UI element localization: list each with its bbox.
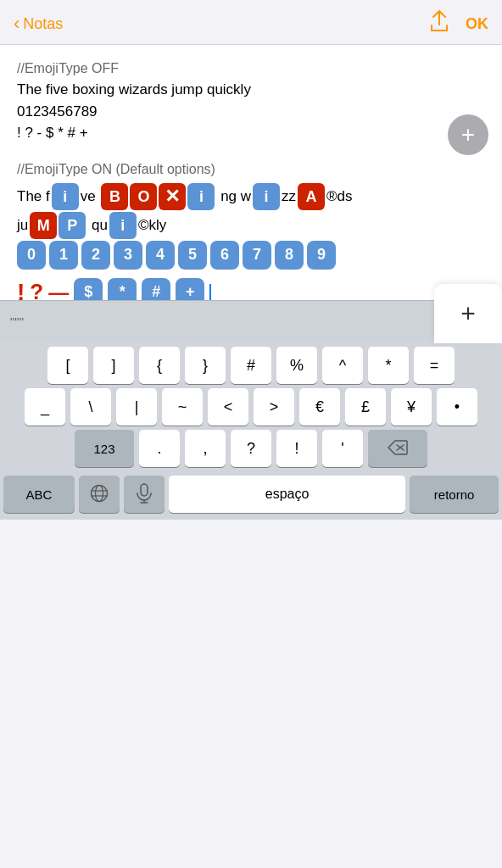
plain-copy-kly: ©kly bbox=[138, 214, 166, 236]
back-chevron-icon: ‹ bbox=[14, 14, 20, 33]
key-bracket-open[interactable]: [ bbox=[47, 347, 88, 384]
section-on: //EmojiType ON (Default options) The f i… bbox=[17, 159, 485, 310]
key-bullet[interactable]: • bbox=[437, 388, 477, 426]
ok-button[interactable]: OK bbox=[466, 15, 488, 33]
tile-a: A bbox=[298, 183, 325, 210]
note-wrapper: //EmojiType OFF The five boxing wizards … bbox=[0, 45, 502, 520]
plain-ju: ju bbox=[17, 214, 28, 236]
key-equals[interactable]: = bbox=[414, 347, 455, 384]
section-off-comment: //EmojiType OFF bbox=[17, 58, 485, 79]
key-brace-close[interactable]: } bbox=[185, 347, 226, 384]
key-asterisk[interactable]: * bbox=[368, 347, 409, 384]
svg-point-2 bbox=[91, 485, 107, 501]
key-hash[interactable]: # bbox=[231, 347, 271, 384]
tile-i-2: i bbox=[187, 183, 215, 210]
section-off-numbers: 0123456789 bbox=[17, 101, 485, 123]
key-caret[interactable]: ^ bbox=[322, 347, 363, 384]
section-on-comment: //EmojiType ON (Default options) bbox=[17, 159, 485, 180]
num-tile-0: 0 bbox=[17, 241, 46, 270]
key-underscore[interactable]: _ bbox=[25, 388, 65, 426]
section-off-text: The five boxing wizards jump quickly bbox=[17, 79, 485, 101]
key-apostrophe[interactable]: ' bbox=[322, 430, 363, 467]
key-period[interactable]: . bbox=[139, 430, 180, 467]
key-pound[interactable]: £ bbox=[345, 388, 386, 426]
svg-rect-6 bbox=[141, 484, 148, 496]
plain-ve: ve bbox=[81, 186, 100, 208]
key-delete[interactable] bbox=[368, 430, 427, 467]
nav-bar: ‹ Notas OK bbox=[0, 0, 502, 45]
key-less-than[interactable]: < bbox=[208, 388, 248, 426]
emoji-line-2: ju M P qu i ©kly bbox=[17, 212, 485, 239]
kb-row-3: 123 . , ? ! ' bbox=[0, 426, 502, 471]
numbers-row: 0 1 2 3 4 5 6 7 8 9 bbox=[17, 241, 485, 270]
num-tile-1: 1 bbox=[49, 241, 78, 270]
kb-row-1: [ ] { } # % ^ * = bbox=[0, 342, 502, 384]
num-tile-3: 3 bbox=[114, 241, 142, 270]
keyboard: """ + [ ] { } # % ^ * = _ \ | ~ < > € £ bbox=[0, 300, 502, 520]
plain-zz: zz bbox=[282, 186, 296, 208]
key-comma[interactable]: , bbox=[185, 430, 226, 467]
key-euro[interactable]: € bbox=[299, 388, 340, 426]
fab-plus-button[interactable]: + bbox=[448, 114, 488, 155]
num-tile-7: 7 bbox=[243, 241, 271, 270]
plain-the: The f bbox=[17, 186, 50, 208]
tile-i-1: i bbox=[52, 183, 79, 210]
section-off: //EmojiType OFF The five boxing wizards … bbox=[17, 58, 485, 144]
key-bracket-close[interactable]: ] bbox=[93, 347, 134, 384]
key-pipe[interactable]: | bbox=[116, 388, 157, 426]
key-123[interactable]: 123 bbox=[75, 430, 134, 467]
plain-ng-w: ng w bbox=[216, 186, 251, 208]
key-brace-open[interactable]: { bbox=[139, 347, 180, 384]
svg-point-3 bbox=[95, 485, 103, 501]
section-off-symbols: ! ? - $ * # + bbox=[17, 122, 485, 144]
key-greater-than[interactable]: > bbox=[254, 388, 294, 426]
globe-icon bbox=[90, 484, 109, 505]
key-question[interactable]: ? bbox=[231, 430, 271, 467]
kb-bottom-row: ABC bbox=[0, 471, 502, 520]
back-button[interactable]: ‹ Notas bbox=[14, 14, 63, 33]
nav-actions: OK bbox=[430, 10, 488, 37]
tile-b: B bbox=[101, 183, 128, 210]
delete-icon bbox=[388, 440, 408, 458]
key-globe[interactable] bbox=[79, 476, 120, 513]
kb-row-2: _ \ | ~ < > € £ ¥ • bbox=[0, 384, 502, 426]
num-tile-2: 2 bbox=[81, 241, 110, 270]
num-tile-6: 6 bbox=[210, 241, 239, 270]
key-yen[interactable]: ¥ bbox=[391, 388, 432, 426]
back-label: Notas bbox=[23, 15, 63, 33]
num-tile-5: 5 bbox=[178, 241, 207, 270]
share-icon[interactable] bbox=[430, 10, 449, 37]
key-space[interactable]: espaço bbox=[169, 476, 405, 513]
mic-icon bbox=[137, 483, 152, 506]
plain-rds: ®ds bbox=[326, 186, 352, 208]
tile-o: O bbox=[130, 183, 157, 210]
num-tile-9: 9 bbox=[307, 241, 336, 270]
plus-icon: + bbox=[460, 299, 476, 328]
num-tile-4: 4 bbox=[146, 241, 175, 270]
cursor bbox=[209, 284, 211, 301]
emoji-line-1: The f i ve B O ✕ i ng w i zz A ®ds bbox=[17, 183, 485, 210]
key-percent[interactable]: % bbox=[276, 347, 317, 384]
tile-i-3: i bbox=[253, 183, 280, 210]
tile-m: M bbox=[30, 212, 57, 239]
toolbar-quotes: """ bbox=[10, 314, 492, 329]
key-abc[interactable]: ABC bbox=[3, 476, 75, 513]
plain-space-qu: qu bbox=[87, 214, 108, 236]
tile-p: P bbox=[59, 212, 86, 239]
key-tilde[interactable]: ~ bbox=[162, 388, 203, 426]
tile-i-4: i bbox=[109, 212, 137, 239]
key-backslash[interactable]: \ bbox=[70, 388, 111, 426]
num-tile-8: 8 bbox=[275, 241, 304, 270]
key-exclaim[interactable]: ! bbox=[276, 430, 317, 467]
keyboard-toolbar: """ + bbox=[0, 300, 502, 342]
key-mic[interactable] bbox=[124, 476, 165, 513]
tile-x: ✕ bbox=[159, 183, 186, 210]
toolbar-plus-button[interactable]: + bbox=[434, 284, 502, 343]
key-return[interactable]: retorno bbox=[410, 476, 499, 513]
